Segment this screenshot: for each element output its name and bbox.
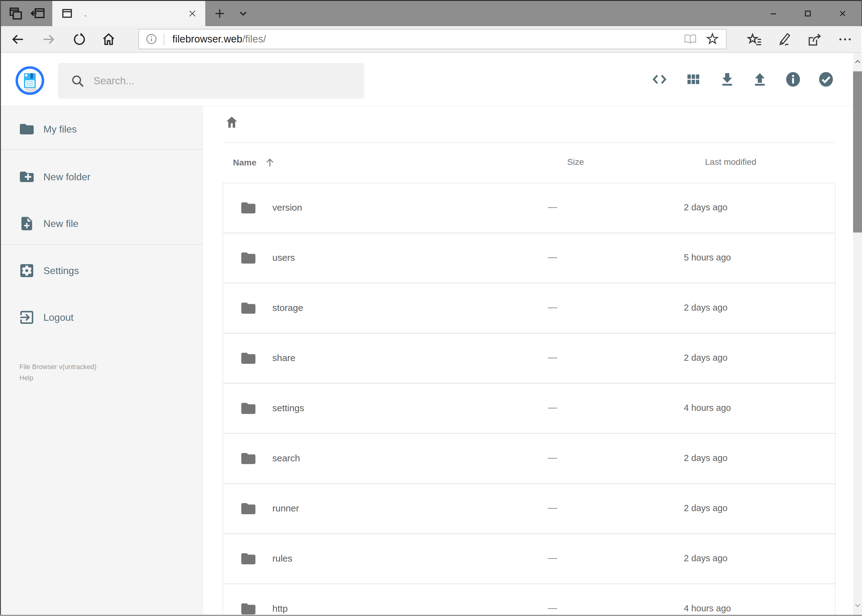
folder-icon bbox=[238, 399, 258, 417]
file-modified: 2 days ago bbox=[684, 303, 728, 313]
file-row[interactable]: users — 5 hours ago bbox=[223, 233, 835, 283]
file-name: runner bbox=[273, 503, 299, 514]
hub-button[interactable] bbox=[741, 26, 768, 52]
select-multiple-button[interactable] bbox=[817, 71, 835, 88]
file-row[interactable]: share — 2 days ago bbox=[223, 334, 835, 383]
breadcrumb-home-button[interactable] bbox=[224, 115, 240, 130]
file-name: share bbox=[273, 353, 295, 363]
tab-preview-button[interactable] bbox=[5, 1, 25, 26]
pen-icon bbox=[777, 31, 793, 47]
file-row[interactable]: search — 2 days ago bbox=[223, 434, 835, 483]
file-list: version — 2 days ago users — 5 hours ago… bbox=[222, 183, 835, 616]
url-host: filebrowser.web bbox=[172, 33, 242, 45]
file-name: settings bbox=[273, 403, 304, 413]
sidebar-item-logout[interactable]: Logout bbox=[1, 306, 203, 329]
browser-window: . bbox=[0, 0, 862, 616]
address-bar[interactable]: filebrowser.web/files/ bbox=[139, 29, 726, 49]
minimize-button[interactable] bbox=[760, 1, 787, 26]
sidebar-footer: File Browser v(untracked) Help bbox=[19, 361, 97, 383]
grid-view-icon bbox=[685, 71, 702, 88]
sidebar-item-new-file[interactable]: New file bbox=[1, 212, 203, 235]
sidebar-item-label: New file bbox=[43, 218, 79, 229]
maximize-button[interactable] bbox=[794, 1, 822, 26]
search-icon bbox=[70, 74, 85, 88]
set-tabs-aside-button[interactable] bbox=[28, 1, 48, 26]
chevron-up-icon bbox=[854, 58, 862, 66]
scrollbar-up-button[interactable] bbox=[853, 54, 862, 69]
file-size: — bbox=[548, 202, 557, 212]
file-listing: Name Size Last modified version — 2 days… bbox=[203, 106, 853, 616]
file-size: — bbox=[548, 252, 557, 262]
scrollbar-down-button[interactable] bbox=[853, 597, 862, 613]
add-favorite-button[interactable] bbox=[701, 32, 723, 46]
app-header: Search... bbox=[1, 53, 861, 106]
file-name: search bbox=[273, 453, 300, 464]
sidebar-item-label: My files bbox=[43, 124, 77, 135]
browser-tab[interactable]: . bbox=[52, 1, 205, 26]
settings-menu-button[interactable] bbox=[832, 26, 858, 52]
file-name: users bbox=[273, 253, 295, 263]
file-row[interactable]: runner — 2 days ago bbox=[223, 484, 835, 533]
help-link[interactable]: Help bbox=[19, 372, 97, 383]
switch-view-button[interactable] bbox=[685, 71, 702, 88]
file-row[interactable]: http — 4 hours ago bbox=[223, 584, 835, 616]
sidebar-divider bbox=[1, 149, 203, 150]
sidebar-item-my-files[interactable]: My files bbox=[1, 118, 203, 141]
reading-view-button[interactable] bbox=[679, 32, 701, 46]
file-modified: 2 days ago bbox=[684, 353, 728, 363]
share-icon bbox=[807, 31, 823, 47]
maximize-icon bbox=[803, 8, 813, 19]
tab-close-button[interactable] bbox=[186, 7, 199, 20]
new-tab-button[interactable] bbox=[209, 1, 230, 26]
file-row[interactable]: version — 2 days ago bbox=[223, 183, 835, 233]
file-modified: 2 days ago bbox=[684, 453, 728, 463]
folder-icon bbox=[238, 199, 258, 217]
close-window-button[interactable] bbox=[829, 1, 856, 26]
file-row[interactable]: settings — 4 hours ago bbox=[223, 384, 835, 433]
scrollbar-thumb[interactable] bbox=[853, 71, 862, 233]
download-icon bbox=[719, 71, 736, 88]
column-header-size[interactable]: Size bbox=[567, 157, 584, 167]
shell-button[interactable] bbox=[651, 71, 668, 88]
sidebar-divider bbox=[1, 244, 203, 245]
column-header-modified[interactable]: Last modified bbox=[705, 157, 756, 167]
download-button[interactable] bbox=[719, 71, 736, 88]
site-info-icon[interactable] bbox=[145, 32, 158, 46]
window-border-bottom bbox=[0, 615, 862, 616]
folder-icon bbox=[238, 249, 258, 267]
column-header-name[interactable]: Name bbox=[233, 157, 276, 168]
sidebar-item-new-folder[interactable]: New folder bbox=[1, 165, 203, 189]
home-icon bbox=[225, 115, 239, 129]
file-modified: 2 days ago bbox=[684, 503, 728, 513]
file-row[interactable]: rules — 2 days ago bbox=[223, 534, 835, 583]
info-button[interactable] bbox=[785, 71, 802, 88]
share-button[interactable] bbox=[802, 26, 828, 52]
url-path: /files/ bbox=[242, 33, 266, 45]
page-scrollbar[interactable] bbox=[853, 53, 862, 615]
file-modified: 4 hours ago bbox=[684, 603, 731, 614]
folder-icon bbox=[238, 500, 258, 518]
favorites-list-icon bbox=[747, 31, 763, 47]
tab-list-button[interactable] bbox=[232, 1, 254, 26]
file-size: — bbox=[548, 402, 557, 413]
refresh-button[interactable] bbox=[67, 26, 92, 52]
web-notes-button[interactable] bbox=[772, 26, 798, 52]
back-button[interactable] bbox=[6, 26, 30, 52]
check-circle-icon bbox=[817, 70, 835, 89]
listing-header: Name Size Last modified bbox=[222, 155, 835, 170]
file-modified: 2 days ago bbox=[684, 202, 728, 212]
home-icon bbox=[101, 32, 116, 47]
tab-preview-icon bbox=[7, 6, 24, 22]
forward-button[interactable] bbox=[36, 26, 61, 52]
folder-icon bbox=[238, 449, 258, 467]
file-row[interactable]: storage — 2 days ago bbox=[223, 284, 835, 333]
file-name: storage bbox=[273, 303, 303, 313]
chevron-down-icon bbox=[854, 601, 862, 609]
upload-button[interactable] bbox=[751, 71, 769, 88]
folder-icon bbox=[238, 299, 258, 317]
file-modified: 5 hours ago bbox=[684, 253, 731, 262]
sidebar-item-settings[interactable]: Settings bbox=[1, 259, 203, 282]
new-folder-icon bbox=[17, 168, 36, 186]
home-button[interactable] bbox=[96, 26, 121, 52]
search-input[interactable]: Search... bbox=[58, 63, 364, 99]
